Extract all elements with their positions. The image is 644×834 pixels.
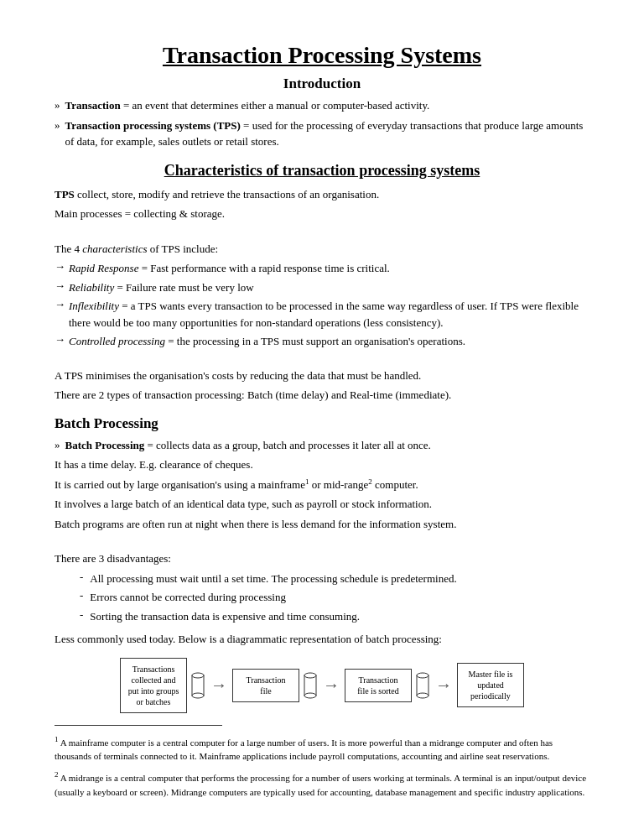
- disadvantage-1-text: All processing must wait until a set tim…: [90, 571, 456, 587]
- batch-p2-after: computer.: [372, 478, 418, 491]
- char-arrow-3-text: Inflexibility = a TPS wants every transa…: [69, 298, 589, 331]
- char-p1-rest: collect, store, modify and retrieve the …: [75, 188, 379, 201]
- batch-section: Batch Processing » Batch Processing = co…: [55, 415, 589, 713]
- char-arrow-2-rest: = Failure rate must be very low: [114, 281, 254, 294]
- batch-bullet: » Batch Processing = collects data as a …: [55, 437, 589, 454]
- batch-bullet-text: Batch Processing = collects data as a gr…: [65, 437, 431, 454]
- char-arrow-2: → Reliability = Failure rate must be ver…: [55, 279, 589, 296]
- char-arrow-1: → Rapid Response = Fast performance with…: [55, 260, 589, 277]
- char-arrow-4-rest: = the processing in a TPS must support a…: [165, 335, 465, 347]
- disadvantage-2-text: Errors cannot be corrected during proces…: [90, 589, 286, 606]
- dash-sym-3: -: [80, 608, 83, 622]
- diagram-box-1: Transactions collected and put into grou…: [120, 658, 187, 713]
- char-p2: Main processes = collecting & storage.: [55, 206, 589, 222]
- char-arrow-2-text: Reliability = Failure rate must be very …: [69, 279, 254, 296]
- char-arrow-3-rest: = a TPS wants every transaction to be pr…: [69, 300, 579, 329]
- arrow-icon-3: →: [435, 675, 452, 695]
- cylinder-icon-2: [303, 672, 318, 699]
- page-title: Transaction Processing Systems: [55, 42, 589, 69]
- char-arrow-2-label: Reliability: [69, 281, 114, 294]
- intro-heading: Introduction: [55, 76, 589, 92]
- arrow-icon-1: →: [210, 675, 227, 695]
- char-arrow-3: → Inflexibility = a TPS wants every tran…: [55, 298, 589, 331]
- bullet-arrow-icon-2: »: [55, 118, 60, 132]
- char-arrow-4-label: Controlled processing: [69, 335, 165, 347]
- intro-section: Introduction » Transaction = an event th…: [55, 76, 589, 150]
- disadvantages-list: - All processing must wait until a set t…: [80, 571, 589, 625]
- cylinder-icon-1: [190, 672, 205, 699]
- char-arrow-4: → Controlled processing = the processing…: [55, 333, 589, 350]
- char-p4: A TPS minimises the organisation's costs…: [55, 367, 589, 384]
- svg-point-7: [417, 673, 428, 678]
- svg-rect-0: [192, 675, 204, 696]
- intro-bullet-1-text: Transaction = an event that determines e…: [65, 97, 430, 114]
- footnote-1: 1 A mainframe computer is a central comp…: [55, 734, 589, 764]
- batch-diagram-intro: Less commonly used today. Below is a dia…: [55, 631, 589, 648]
- intro-bullet-1-label: Transaction: [65, 99, 121, 112]
- disadvantage-3: - Sorting the transaction data is expens…: [80, 608, 589, 625]
- arrow-sym-2: →: [55, 279, 65, 293]
- disadvantage-3-text: Sorting the transaction data is expensiv…: [90, 608, 360, 625]
- char-arrow-1-rest: = Fast performance with a rapid response…: [138, 262, 389, 274]
- batch-bullet-arrow-icon: »: [55, 438, 60, 451]
- dash-sym-2: -: [80, 589, 83, 602]
- footnote-2-num: 2: [55, 770, 59, 779]
- svg-point-1: [192, 673, 204, 678]
- batch-disadvantages-intro: There are 3 disadvantages:: [55, 550, 589, 567]
- char-arrow-1-label: Rapid Response: [69, 262, 138, 274]
- batch-diagram: Transactions collected and put into grou…: [55, 658, 589, 713]
- footnote-2-text: A midrange is a central computer that pe…: [55, 773, 586, 797]
- arrow-sym-1: →: [55, 260, 65, 274]
- batch-p4: Batch programs are often run at night wh…: [55, 516, 589, 533]
- footnote-1-text: A mainframe computer is a central comput…: [55, 737, 553, 761]
- char-arrow-3-label: Inflexibility: [69, 300, 119, 312]
- batch-heading: Batch Processing: [55, 415, 589, 432]
- batch-p2: It is carried out by large organisation'…: [55, 477, 589, 493]
- cylinder-icon-3: [415, 672, 430, 699]
- char-p5: There are 2 types of transaction process…: [55, 387, 589, 404]
- batch-p2-mid: or mid-range: [309, 478, 368, 491]
- char-p1-tps: TPS: [55, 188, 75, 201]
- char-p3-italic: characteristics: [82, 242, 147, 255]
- svg-point-4: [304, 673, 316, 678]
- intro-bullet-2-label: Transaction processing systems (TPS): [65, 119, 241, 132]
- batch-p1: It has a time delay. E.g. clearance of c…: [55, 456, 589, 473]
- page: Transaction Processing Systems Introduct…: [0, 0, 644, 834]
- arrow-sym-4: →: [55, 333, 65, 347]
- arrow-icon-2: →: [323, 675, 340, 695]
- footnote-2: 2 A midrange is a central computer that …: [55, 769, 589, 799]
- arrow-sym-3: →: [55, 298, 65, 311]
- diagram-box-3: Transaction file is sorted: [345, 669, 412, 702]
- char-arrow-4-text: Controlled processing = the processing i…: [69, 333, 465, 350]
- batch-bullet-label: Batch Processing: [65, 439, 145, 451]
- intro-bullet-1: » Transaction = an event that determines…: [55, 97, 589, 114]
- batch-p2-before: It is carried out by large organisation'…: [55, 478, 305, 491]
- svg-point-2: [192, 693, 204, 698]
- svg-point-8: [417, 693, 428, 698]
- svg-point-5: [304, 693, 316, 698]
- footnote-divider: [55, 725, 222, 726]
- char-p1: TPS collect, store, modify and retrieve …: [55, 186, 589, 203]
- char-p3: The 4 characteristics of TPS include:: [55, 241, 589, 258]
- bullet-arrow-icon: »: [55, 98, 60, 112]
- batch-p3: It involves a large batch of an identica…: [55, 496, 589, 513]
- intro-bullet-2: » Transaction processing systems (TPS) =…: [55, 117, 589, 150]
- disadvantage-1: - All processing must wait until a set t…: [80, 571, 589, 587]
- dash-sym-1: -: [80, 571, 83, 584]
- footnote-1-num: 1: [55, 735, 59, 743]
- disadvantage-2: - Errors cannot be corrected during proc…: [80, 589, 589, 606]
- diagram-box-2: Transaction file: [232, 669, 299, 702]
- char-arrow-1-text: Rapid Response = Fast performance with a…: [69, 260, 390, 277]
- intro-bullet-2-text: Transaction processing systems (TPS) = u…: [65, 117, 590, 150]
- intro-bullet-1-rest: = an event that determines either a manu…: [121, 99, 430, 112]
- svg-rect-6: [417, 675, 428, 696]
- characteristics-section: Characteristics of transaction processin…: [55, 162, 589, 404]
- diagram-box-4: Master file is updated periodically: [457, 663, 524, 707]
- characteristics-heading: Characteristics of transaction processin…: [55, 162, 589, 180]
- batch-bullet-rest: = collects data as a group, batch and pr…: [144, 439, 431, 451]
- svg-rect-3: [304, 675, 316, 696]
